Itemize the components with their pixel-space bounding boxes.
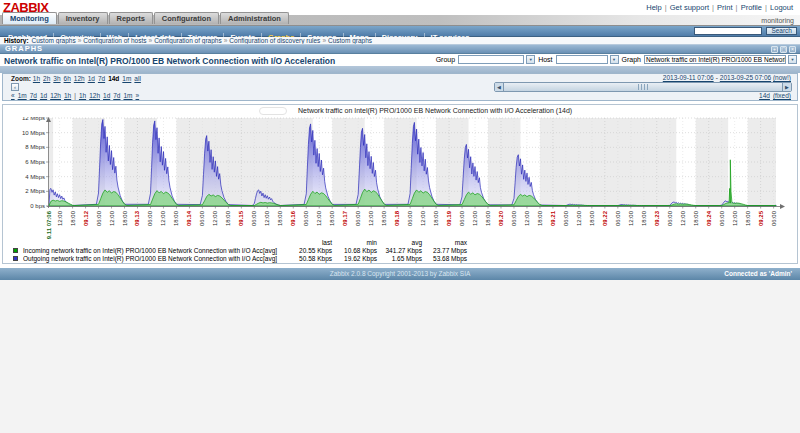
- search-button[interactable]: Search: [766, 27, 797, 35]
- page-title: GRAPHS: [5, 45, 43, 53]
- zoom-link-7d[interactable]: 7d: [98, 75, 105, 82]
- favourites-icon[interactable]: +: [771, 46, 778, 53]
- move-fwd-1m[interactable]: 1m: [123, 92, 132, 99]
- move-fwd-12h[interactable]: 12h: [89, 92, 100, 99]
- tab-reports[interactable]: Reports: [109, 12, 153, 24]
- svg-text:09.17: 09.17: [342, 210, 348, 226]
- legend-col-min: min: [332, 239, 377, 247]
- header-link-logout[interactable]: Logout: [770, 3, 793, 12]
- fullscreen-icon[interactable]: ×: [789, 46, 796, 53]
- move-next-icon[interactable]: »: [136, 92, 140, 99]
- zoom-link-1m[interactable]: 1m: [122, 75, 131, 82]
- tab-administration[interactable]: Administration: [220, 12, 289, 24]
- svg-text:18:00: 18:00: [485, 210, 491, 226]
- move-back-7d[interactable]: 7d: [30, 92, 37, 99]
- move-fwd-7d[interactable]: 7d: [113, 92, 120, 99]
- graph-label: Graph: [622, 56, 641, 63]
- chevron-down-icon[interactable]: ▼: [788, 55, 797, 64]
- svg-text:18:00: 18:00: [277, 210, 283, 226]
- move-back-1d[interactable]: 1d: [40, 92, 47, 99]
- zoom-label: Zoom:: [11, 75, 31, 82]
- history-link[interactable]: Custom graphs: [32, 37, 76, 44]
- svg-text:18:00: 18:00: [693, 210, 699, 226]
- svg-text:12:00: 12:00: [212, 210, 218, 226]
- zabbix-screen: ZABBIX Help | Get support | Print | Prof…: [0, 0, 800, 433]
- legend-header-row: lastminavgmax: [13, 239, 467, 247]
- page-header-bar: GRAPHS +▢×: [0, 44, 800, 54]
- header-link-help[interactable]: Help: [646, 3, 661, 12]
- svg-text:09.15: 09.15: [238, 210, 244, 226]
- history-link[interactable]: Custom graphs: [328, 37, 372, 44]
- svg-text:12:00: 12:00: [576, 210, 582, 226]
- network-traffic-graph[interactable]: 12:0018:0009.1206:0012:0018:0009.1306:00…: [3, 117, 799, 239]
- svg-text:06:00: 06:00: [303, 210, 309, 226]
- graph-legend: lastminavgmaxIncoming network traffic on…: [13, 239, 467, 263]
- series-value: 10.68 Kbps: [332, 247, 377, 255]
- chevron-down-icon[interactable]: ▼: [610, 55, 619, 64]
- period-link[interactable]: 14d: [759, 92, 770, 99]
- zoom-link-6h[interactable]: 6h: [64, 75, 71, 82]
- page-background: [0, 280, 800, 433]
- svg-text:06:00: 06:00: [199, 210, 205, 226]
- top-links: Help | Get support | Print | Profile | L…: [645, 3, 794, 12]
- move-back-12h[interactable]: 12h: [50, 92, 61, 99]
- legend-col-max: max: [422, 239, 467, 247]
- date-to-link[interactable]: 2013-09-25 07:06: [720, 74, 771, 81]
- slideshow-icon[interactable]: ▢: [780, 46, 787, 53]
- series-value: 50.58 Kbps: [287, 255, 332, 263]
- move-back-1m[interactable]: 1m: [18, 92, 27, 99]
- now-link[interactable]: (now!): [773, 74, 791, 81]
- legend-col-last: last: [287, 239, 332, 247]
- header-link-profile[interactable]: Profile: [741, 3, 762, 12]
- host-select[interactable]: [556, 55, 608, 64]
- header-link-print[interactable]: Print: [717, 3, 732, 12]
- slider-left-arrow-icon[interactable]: ◀: [495, 83, 504, 91]
- graph-container: Network traffic on Intel(R) PRO/1000 EB …: [2, 104, 798, 264]
- svg-text:12:00: 12:00: [264, 210, 270, 226]
- svg-text:18:00: 18:00: [329, 210, 335, 226]
- zoom-link-1h[interactable]: 1h: [33, 75, 40, 82]
- zoom-link-1d[interactable]: 1d: [88, 75, 95, 82]
- zoom-link-3h[interactable]: 3h: [53, 75, 60, 82]
- svg-text:06:00: 06:00: [96, 210, 102, 226]
- svg-text:12:00: 12:00: [368, 210, 374, 226]
- history-link[interactable]: Configuration of hosts: [83, 37, 146, 44]
- series-color-swatch: [13, 248, 18, 253]
- svg-text:09.13: 09.13: [134, 210, 140, 226]
- slider-grip[interactable]: [638, 84, 648, 90]
- tab-configuration[interactable]: Configuration: [154, 12, 219, 24]
- svg-text:0 bps: 0 bps: [30, 203, 45, 209]
- scrollbar-collapse-button[interactable]: ‹: [11, 83, 19, 91]
- host-label: Host: [538, 56, 552, 63]
- main-menu-bar: MonitoringInventoryReportsConfigurationA…: [0, 15, 800, 26]
- date-from-link[interactable]: 2013-09-11 07:06: [663, 74, 714, 81]
- history-link[interactable]: Configuration of graphs: [154, 37, 222, 44]
- zoom-link-12h[interactable]: 12h: [74, 75, 85, 82]
- move-fwd-1h[interactable]: 1h: [79, 92, 86, 99]
- time-scrollbar[interactable]: ◀ ▶: [494, 82, 792, 92]
- series-value: 341.27 Kbps: [377, 247, 422, 255]
- tab-inventory[interactable]: Inventory: [58, 12, 108, 24]
- svg-text:18:00: 18:00: [537, 210, 543, 226]
- zoom-link-all[interactable]: all: [134, 75, 141, 82]
- group-select[interactable]: [458, 55, 524, 64]
- graph-select[interactable]: Network traffic on Intel(R) PRO/1000 EB …: [644, 55, 786, 64]
- series-func: [avg]: [263, 255, 287, 263]
- header-link-get-support[interactable]: Get support: [670, 3, 709, 12]
- chevron-down-icon[interactable]: ▼: [526, 55, 535, 64]
- svg-text:18:00: 18:00: [173, 210, 179, 226]
- move-back-1h[interactable]: 1h: [64, 92, 71, 99]
- period-mode-link[interactable]: (fixed): [773, 92, 791, 99]
- tab-monitoring[interactable]: Monitoring: [2, 12, 57, 24]
- zoom-link-2h[interactable]: 2h: [43, 75, 50, 82]
- svg-text:18:00: 18:00: [745, 210, 751, 226]
- svg-text:12:00: 12:00: [316, 210, 322, 226]
- svg-text:12:00: 12:00: [628, 210, 634, 226]
- move-fwd-1d[interactable]: 1d: [103, 92, 110, 99]
- svg-text:18:00: 18:00: [122, 210, 128, 226]
- history-link[interactable]: Configuration of discovery rules: [229, 37, 320, 44]
- zoom-link-14d[interactable]: 14d: [108, 75, 119, 82]
- move-prev-icon[interactable]: «: [11, 92, 15, 99]
- search-input[interactable]: [694, 27, 762, 35]
- slider-right-arrow-icon[interactable]: ▶: [782, 83, 791, 91]
